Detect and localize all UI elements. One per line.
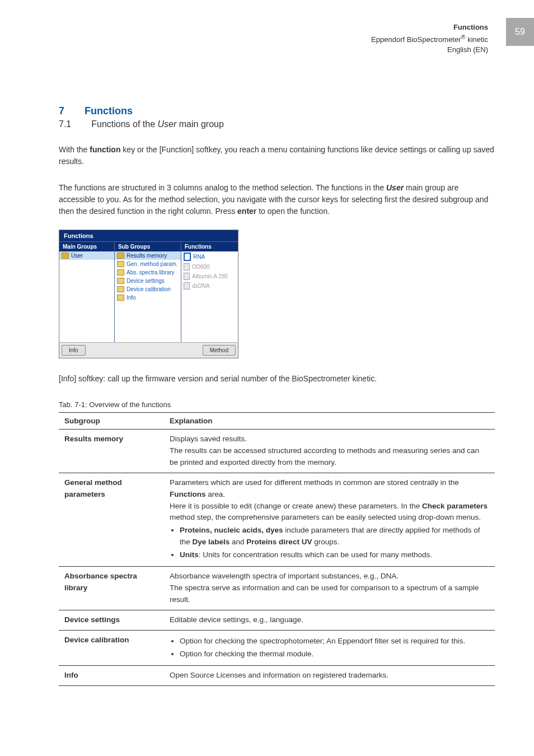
row-expl: Absorbance wavelength spectra of importa… [164, 567, 495, 610]
table-caption: Tab. 7-1: Overview of the functions [59, 400, 495, 409]
row-expl: Displays saved results. The results can … [164, 429, 495, 473]
col-head-func: Functions [181, 241, 238, 251]
th-explanation: Explanation [164, 412, 495, 429]
column-sub-groups: Sub Groups Results memory Gen. method pa… [115, 241, 181, 342]
sub-item-absspectra[interactable]: Abs. spectra library [115, 268, 181, 277]
folder-closed-icon [117, 261, 124, 267]
sub-item-genmethod[interactable]: Gen. method param. [115, 260, 181, 268]
table-row: General method parameters Parameters whi… [59, 473, 495, 566]
row-expl: Open Source Licenses and information on … [164, 665, 495, 685]
functions-screenshot: Functions Main Groups User Sub Groups Re… [59, 230, 238, 358]
row-name: Absorbance spectra library [59, 567, 164, 610]
folder-open-icon [117, 253, 124, 259]
page-header: Functions Eppendorf BioSpectrometer® kin… [59, 22, 495, 55]
row-expl: Editable device settings, e.g., language… [164, 610, 495, 630]
table-row: Results memory Displays saved results. T… [59, 429, 495, 473]
func-item-od600[interactable]: OD600 [181, 262, 238, 272]
row-name: Info [59, 665, 164, 685]
table-row: Device calibration Option for checking t… [59, 630, 495, 665]
folder-closed-icon [117, 278, 124, 284]
file-icon [184, 282, 190, 290]
section-heading: 7 Functions [59, 105, 495, 117]
paragraph-2: The functions are structured in 3 column… [59, 182, 495, 217]
header-lang: English (EN) [447, 45, 488, 54]
column-main-groups: Main Groups User [59, 241, 115, 342]
sub-item-devicesettings[interactable]: Device settings [115, 277, 181, 285]
row-expl: Option for checking the spectrophotomete… [164, 630, 495, 665]
row-name: Results memory [59, 429, 164, 473]
folder-closed-icon [117, 269, 124, 276]
folder-open-icon [62, 253, 69, 259]
header-product: Eppendorf BioSpectrometer® kinetic [371, 35, 488, 44]
subsection-title: Functions of the User main group [91, 119, 224, 129]
subsection-number: 7.1 [59, 119, 71, 129]
softkey-method[interactable]: Method [203, 345, 236, 356]
func-item-albumin[interactable]: Albumin A 280 [181, 272, 238, 281]
paragraph-1: With the function key or the [Function] … [59, 144, 495, 167]
row-name: General method parameters [59, 473, 164, 566]
section-number: 7 [59, 105, 64, 117]
col-head-sub: Sub Groups [115, 241, 181, 251]
shot-title: Functions [59, 230, 238, 241]
subsection-heading: 7.1 Functions of the User main group [59, 119, 495, 129]
row-name: Device calibration [59, 630, 164, 665]
file-icon [184, 253, 191, 261]
softkey-info[interactable]: Info [62, 345, 86, 356]
func-item-dsdna[interactable]: dsDNA [181, 281, 238, 291]
main-item-user[interactable]: User [59, 251, 114, 260]
table-row: Absorbance spectra library Absorbance wa… [59, 567, 495, 610]
th-subgroup: Subgroup [59, 412, 164, 429]
row-name: Device settings [59, 610, 164, 630]
functions-table: Subgroup Explanation Results memory Disp… [59, 412, 495, 686]
folder-closed-icon [117, 295, 124, 301]
sub-item-results[interactable]: Results memory [115, 251, 181, 260]
sub-item-info[interactable]: Info [115, 293, 181, 302]
func-item-rna[interactable]: RNA [181, 251, 238, 262]
row-expl: Parameters which are used for different … [164, 473, 495, 566]
folder-closed-icon [117, 286, 124, 292]
section-title: Functions [85, 105, 133, 117]
page-number: 59 [506, 18, 534, 46]
caption-info-softkey: [Info] softkey: call up the firmware ver… [59, 373, 495, 385]
file-icon [184, 273, 190, 280]
table-row: Info Open Source Licenses and informatio… [59, 665, 495, 685]
shot-footer: Info Method [59, 342, 238, 358]
header-title: Functions [453, 23, 488, 31]
table-row: Device settings Editable device settings… [59, 610, 495, 630]
sub-item-devicecal[interactable]: Device calibration [115, 285, 181, 293]
column-functions: Functions RNA OD600 Albumin A 280 dsDNA [181, 241, 238, 342]
col-head-main: Main Groups [59, 241, 114, 251]
file-icon [184, 263, 190, 270]
